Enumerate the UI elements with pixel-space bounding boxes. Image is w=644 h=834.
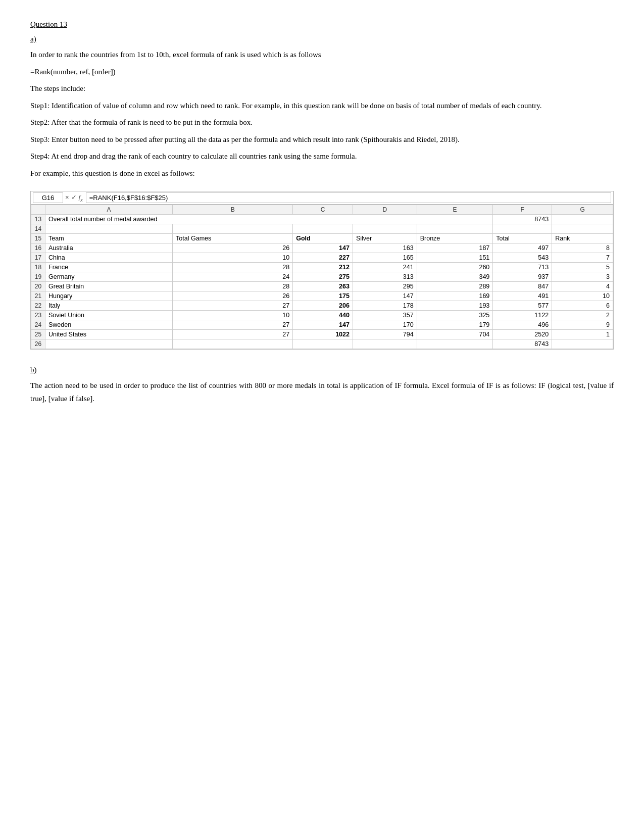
cell-15-team: Team — [45, 234, 173, 243]
row-num-24: 24 — [31, 320, 45, 330]
cell-26-d — [353, 339, 417, 349]
cell-18-games: 28 — [173, 263, 293, 272]
cell-14d — [353, 224, 417, 234]
cell-24-bronze: 179 — [417, 320, 493, 330]
cell-20-rank: 4 — [552, 282, 613, 291]
table-row: 22 Italy 27 206 178 193 577 6 — [31, 301, 613, 311]
table-row: 14 — [31, 224, 613, 234]
cell-16-gold: 147 — [293, 243, 353, 253]
cell-22-bronze: 193 — [417, 301, 493, 311]
cell-21-gold: 175 — [293, 291, 353, 301]
confirm-icon: ✓ — [71, 193, 77, 203]
cell-18-bronze: 260 — [417, 263, 493, 272]
cell-19-total: 937 — [493, 272, 552, 282]
cell-16-bronze: 187 — [417, 243, 493, 253]
cell-18-rank: 5 — [552, 263, 613, 272]
cell-24-rank: 9 — [552, 320, 613, 330]
cell-25-rank: 1 — [552, 330, 613, 339]
cell-22-rank: 6 — [552, 301, 613, 311]
table-row: 26 8743 — [31, 339, 613, 349]
row-num-21: 21 — [31, 291, 45, 301]
cell-24-team: Sweden — [45, 320, 173, 330]
cell-15-bronze: Bronze — [417, 234, 493, 243]
cell-25-team: United States — [45, 330, 173, 339]
col-header-a: A — [45, 205, 173, 215]
col-header-f: F — [493, 205, 552, 215]
cell-22-total: 577 — [493, 301, 552, 311]
cell-16-silver: 163 — [353, 243, 417, 253]
cell-22-silver: 178 — [353, 301, 417, 311]
cell-21-games: 26 — [173, 291, 293, 301]
cell-25-bronze: 704 — [417, 330, 493, 339]
cell-22-games: 27 — [173, 301, 293, 311]
intro-paragraph: In order to rank the countries from 1st … — [30, 48, 614, 62]
cell-22-team: Italy — [45, 301, 173, 311]
table-row: 24 Sweden 27 147 170 179 496 9 — [31, 320, 613, 330]
cell-14b — [173, 224, 293, 234]
cell-16-total: 497 — [493, 243, 552, 253]
cell-19-silver: 313 — [353, 272, 417, 282]
fx-icon: fx — [79, 193, 83, 203]
formula-icons: × ✓ fx — [65, 193, 83, 203]
cell-23-games: 10 — [173, 311, 293, 320]
cell-26-g — [552, 339, 613, 349]
cell-14a — [45, 224, 173, 234]
cell-14g — [552, 224, 613, 234]
table-row: 20 Great Britain 28 263 295 289 847 4 — [31, 282, 613, 291]
cell-14f — [493, 224, 552, 234]
row-num-25: 25 — [31, 330, 45, 339]
cell-15-rank: Rank — [552, 234, 613, 243]
cell-17-total: 543 — [493, 253, 552, 263]
cell-19-gold: 275 — [293, 272, 353, 282]
cell-23-rank: 2 — [552, 311, 613, 320]
table-row: 23 Soviet Union 10 440 357 325 1122 2 — [31, 311, 613, 320]
cell-19-bronze: 349 — [417, 272, 493, 282]
table-row: 16 Australia 26 147 163 187 497 8 — [31, 243, 613, 253]
cell-15-gold: Gold — [293, 234, 353, 243]
cell-17-games: 10 — [173, 253, 293, 263]
cell-19-games: 24 — [173, 272, 293, 282]
row-num-15: 15 — [31, 234, 45, 243]
cell-20-gold: 263 — [293, 282, 353, 291]
cell-13a: Overall total number of medal awarded — [45, 215, 493, 224]
example-text: For example, this question is done in ex… — [30, 167, 614, 180]
cell-20-team: Great Britain — [45, 282, 173, 291]
cell-17-team: China — [45, 253, 173, 263]
cell-20-games: 28 — [173, 282, 293, 291]
formula-rank: =Rank(number, ref, [order]) — [30, 66, 614, 79]
cell-24-total: 496 — [493, 320, 552, 330]
col-header-g: G — [552, 205, 613, 215]
section-b-text: The action need to be used in order to p… — [30, 379, 614, 405]
cell-reference: G16 — [33, 192, 63, 203]
cell-17-gold: 227 — [293, 253, 353, 263]
cell-26-total: 8743 — [493, 339, 552, 349]
cell-26-c — [293, 339, 353, 349]
formula-display: =RANK(F16,$F$16:$F$25) — [86, 192, 611, 203]
cell-23-silver: 357 — [353, 311, 417, 320]
cell-21-bronze: 169 — [417, 291, 493, 301]
cell-13f: 8743 — [493, 215, 552, 224]
step4-text: Step4: At end drop and drag the rank of … — [30, 150, 614, 163]
steps-label: The steps include: — [30, 82, 614, 95]
cell-15-total: Total — [493, 234, 552, 243]
cell-20-silver: 295 — [353, 282, 417, 291]
cell-23-team: Soviet Union — [45, 311, 173, 320]
row-num-13: 13 — [31, 215, 45, 224]
cell-24-silver: 170 — [353, 320, 417, 330]
row-num-26: 26 — [31, 339, 45, 349]
col-header-c: C — [293, 205, 353, 215]
cell-23-total: 1122 — [493, 311, 552, 320]
column-header-row: A B C D E F G — [31, 205, 613, 215]
cell-24-games: 27 — [173, 320, 293, 330]
table-row: 21 Hungary 26 175 147 169 491 10 — [31, 291, 613, 301]
cell-25-total: 2520 — [493, 330, 552, 339]
step2-text: Step2: After that the formula of rank is… — [30, 116, 614, 129]
row-num-17: 17 — [31, 253, 45, 263]
table-row: 18 France 28 212 241 260 713 5 — [31, 263, 613, 272]
cell-15-totalgames: Total Games — [173, 234, 293, 243]
cancel-icon: × — [65, 193, 69, 203]
row-num-20: 20 — [31, 282, 45, 291]
cell-19-rank: 3 — [552, 272, 613, 282]
table-row: 15 Team Total Games Gold Silver Bronze T… — [31, 234, 613, 243]
cell-13g — [552, 215, 613, 224]
